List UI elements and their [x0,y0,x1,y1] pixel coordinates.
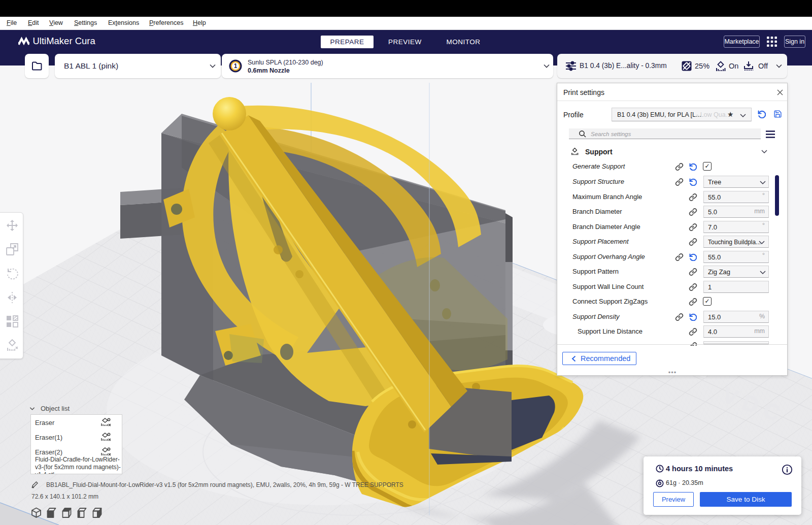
svg-text:1: 1 [234,62,238,70]
